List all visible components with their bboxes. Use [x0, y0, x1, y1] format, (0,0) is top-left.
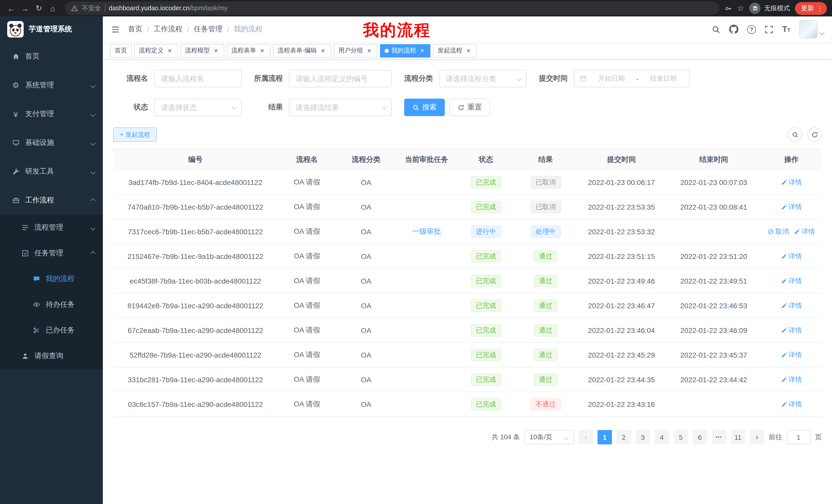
user-menu[interactable] [799, 20, 824, 38]
detail-button[interactable]: 详情 [781, 375, 802, 384]
url-text[interactable]: dashboard.yudao.iocoder.cn/bpm/task/my [109, 5, 228, 12]
cell-status: 已完成 [457, 392, 515, 416]
submit-time-range-picker[interactable]: 开始日期 - 结束日期 [574, 70, 690, 87]
tab-process-form[interactable]: 流程表单× [227, 44, 270, 57]
avatar[interactable] [799, 20, 817, 38]
detail-button[interactable]: 详情 [781, 301, 802, 310]
cancel-button[interactable]: 取消 [768, 227, 789, 236]
detail-button[interactable]: 详情 [781, 350, 802, 359]
start-date-placeholder[interactable]: 开始日期 [591, 74, 632, 83]
reset-button[interactable]: 重置 [449, 99, 490, 116]
page-button-1[interactable]: 1 [598, 430, 612, 444]
page-button-6[interactable]: 6 [693, 430, 707, 444]
status-select[interactable] [154, 99, 242, 116]
cell-current-task [396, 342, 457, 367]
toggle-search-button[interactable] [788, 128, 802, 142]
page-size-select[interactable]: 10条/页 [524, 430, 574, 444]
close-icon[interactable]: × [366, 47, 373, 54]
page-button-4[interactable]: 4 [655, 430, 669, 444]
detail-button[interactable]: 详情 [781, 251, 802, 261]
close-icon[interactable]: × [166, 47, 173, 54]
bookmark-star-icon[interactable]: ☆ [737, 4, 744, 13]
sidebar-item-workflow[interactable]: 工作流程 [0, 186, 103, 215]
sidebar-item-devtools[interactable]: 研发工具 [0, 157, 103, 186]
next-page-button[interactable]: › [750, 430, 764, 444]
search-button[interactable]: 搜索 [404, 99, 445, 116]
page-button-2[interactable]: 2 [617, 430, 631, 444]
cell-actions: 详情 [761, 293, 822, 318]
status-badge: 已完成 [471, 250, 501, 262]
process-name-input[interactable] [154, 70, 242, 87]
cell-actions: 取消详情 [761, 219, 822, 244]
update-button[interactable]: 更新 ⋮ [795, 2, 827, 15]
sidebar-item-system[interactable]: ⚙ 系统管理 [0, 71, 103, 100]
sidebar-item-my-process[interactable]: 我的流程 [0, 266, 103, 292]
detail-button[interactable]: 详情 [781, 177, 802, 187]
cell-current-task [396, 293, 457, 318]
end-date-placeholder[interactable]: 结束日期 [643, 74, 684, 83]
cell-actions: 详情 [761, 170, 822, 194]
sidebar-item-process-mgmt[interactable]: 流程管理 [0, 215, 103, 241]
back-button[interactable]: ← [4, 1, 18, 15]
help-icon[interactable]: ? [747, 25, 756, 34]
process-definition-input[interactable] [289, 70, 392, 87]
incognito-badge[interactable]: 无痕模式 [749, 3, 790, 14]
detail-button[interactable]: 详情 [781, 399, 802, 409]
current-task-link[interactable]: 一级审批 [412, 227, 441, 235]
refresh-button[interactable] [807, 128, 822, 142]
sidebar-item-home[interactable]: 首页 [0, 42, 103, 71]
page-button-3[interactable]: 3 [635, 430, 650, 444]
status-badge: 已完成 [471, 275, 501, 287]
cell-current-task [396, 244, 457, 269]
tab-process-form-edit[interactable]: 流程表单-编辑× [273, 44, 331, 57]
hamburger-icon[interactable] [111, 25, 120, 34]
tab-process-definition[interactable]: 流程定义× [134, 44, 178, 57]
breadcrumb-task-mgmt[interactable]: 任务管理 [194, 25, 223, 34]
search-icon[interactable] [712, 25, 721, 34]
detail-button[interactable]: 详情 [781, 202, 802, 212]
tab-start-process[interactable]: 发起流程× [433, 44, 477, 57]
table-row: 67c2eaab-7b9a-11ec-a290-acde48001122 OA … [113, 318, 822, 342]
sidebar-item-done-tasks[interactable]: 已办任务 [0, 317, 103, 343]
tab-my-process[interactable]: 我的流程× [380, 44, 431, 57]
category-select[interactable] [439, 70, 526, 87]
close-icon[interactable]: × [259, 47, 266, 54]
sidebar-item-payment[interactable]: ¥ 支付管理 [0, 100, 103, 129]
browser-menu-icon[interactable]: ⋮ [816, 4, 823, 12]
security-label[interactable]: 不安全 [82, 4, 101, 12]
detail-button[interactable]: 详情 [781, 326, 802, 335]
page-button-5[interactable]: 5 [674, 430, 688, 444]
page-button-11[interactable]: 11 [731, 430, 745, 444]
start-process-button[interactable]: + 发起流程 [113, 128, 157, 142]
tab-process-model[interactable]: 流程模型× [181, 44, 224, 57]
github-icon[interactable] [729, 25, 738, 34]
more-pages-button[interactable]: ••• [712, 430, 726, 444]
detail-button[interactable]: 详情 [794, 227, 815, 236]
breadcrumb-home[interactable]: 首页 [128, 25, 142, 34]
goto-page-input[interactable] [787, 430, 810, 444]
font-size-icon[interactable]: TT [782, 25, 790, 33]
breadcrumb-workflow[interactable]: 工作流程 [154, 25, 183, 34]
result-select[interactable] [289, 99, 392, 116]
sidebar-item-leave-query[interactable]: 请假查询 [0, 343, 103, 369]
sidebar-item-infra[interactable]: 基础设施 [0, 129, 103, 157]
reload-button[interactable]: ↻ [32, 1, 46, 15]
app-logo[interactable]: 芋道管理系统 [0, 17, 103, 42]
password-key-icon[interactable] [724, 4, 732, 12]
close-icon[interactable]: × [419, 47, 426, 54]
tab-user-group[interactable]: 用户分组× [334, 44, 378, 57]
fullscreen-icon[interactable] [765, 25, 773, 34]
home-button[interactable]: ⌂ [46, 1, 60, 15]
sidebar-item-todo-tasks[interactable]: 待办任务 [0, 292, 103, 317]
tab-home[interactable]: 首页 [110, 44, 132, 57]
cell-name: OA 请假 [278, 194, 336, 219]
sidebar-item-task-mgmt[interactable]: 任务管理 [0, 241, 103, 266]
prev-page-button[interactable]: ‹ [578, 430, 593, 444]
close-icon[interactable]: × [465, 47, 472, 54]
forward-button[interactable]: → [18, 1, 32, 15]
detail-button[interactable]: 详情 [781, 276, 802, 285]
close-icon[interactable]: × [319, 47, 327, 54]
cell-id: 67c2eaab-7b9a-11ec-a290-acde48001122 [113, 318, 278, 342]
address-bar[interactable]: 不安全 dashboard.yudao.iocoder.cn/bpm/task/… [65, 2, 719, 15]
close-icon[interactable]: × [212, 47, 219, 54]
